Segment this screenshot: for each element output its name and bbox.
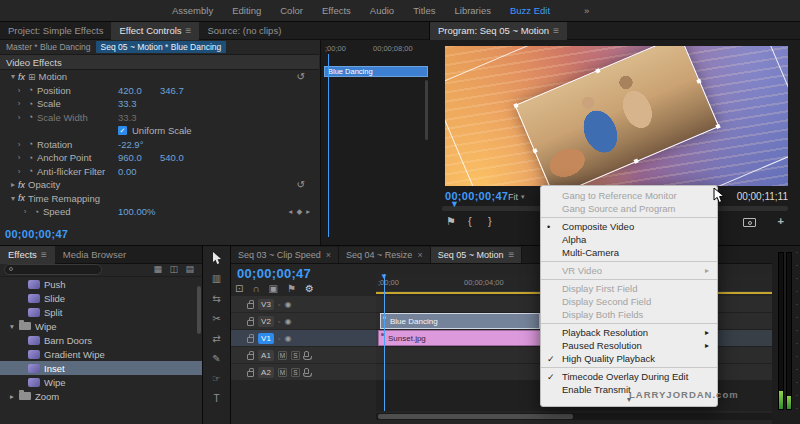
- mini-scrollbar[interactable]: [425, 80, 428, 140]
- effect-row-opacity[interactable]: ▸ fx Opacity ↺: [0, 178, 319, 192]
- sync-lock-icon[interactable]: ▫: [278, 318, 280, 325]
- add-marker-icon[interactable]: ⚑: [287, 283, 296, 294]
- panel-menu-icon[interactable]: ≡: [508, 249, 514, 260]
- anchor-y-value[interactable]: 540.0: [160, 152, 184, 163]
- effect-item-gradient-wipe[interactable]: Gradient Wipe: [0, 347, 202, 361]
- solo-button[interactable]: S: [291, 368, 300, 377]
- fx-badge-icon[interactable]: fx: [18, 72, 25, 82]
- menu-item-composite-video[interactable]: •Composite Video: [541, 220, 717, 233]
- timeline-horizontal-scrollbar[interactable]: [376, 413, 772, 420]
- solo-button[interactable]: S: [291, 351, 300, 360]
- accelerated-effects-icon[interactable]: ▦: [153, 264, 162, 274]
- twirl-icon[interactable]: ›: [14, 86, 24, 95]
- program-video-viewport[interactable]: [445, 46, 788, 186]
- ripple-edit-tool[interactable]: ⇆: [209, 292, 225, 305]
- stopwatch-icon[interactable]: ◔: [24, 85, 37, 95]
- lock-icon[interactable]: [247, 337, 254, 343]
- mute-button[interactable]: M: [278, 368, 287, 377]
- menu-item-paused-resolution[interactable]: Paused Resolution▸: [541, 339, 717, 352]
- lock-icon[interactable]: [247, 371, 254, 377]
- twirl-icon[interactable]: ▾: [10, 322, 19, 331]
- workspace-tab-libraries[interactable]: Libraries: [455, 5, 491, 16]
- stopwatch-icon[interactable]: ◔: [24, 139, 37, 149]
- nest-sequence-icon[interactable]: ⊡: [235, 283, 243, 294]
- selection-tool[interactable]: [209, 252, 225, 265]
- track-output-eye-icon[interactable]: ◉: [284, 317, 291, 326]
- effects-folder-wipe[interactable]: ▾Wipe: [0, 319, 202, 333]
- yuv-filter-icon[interactable]: ▤: [185, 264, 194, 274]
- twirl-icon[interactable]: ›: [14, 99, 24, 108]
- menu-item-alpha[interactable]: Alpha: [541, 233, 717, 246]
- razor-tool[interactable]: ✂: [209, 312, 225, 325]
- speed-value[interactable]: 100.00%: [118, 206, 156, 217]
- position-x-value[interactable]: 420.0: [118, 85, 142, 96]
- twirl-icon[interactable]: ›: [14, 140, 24, 149]
- track-output-eye-icon[interactable]: ◉: [284, 300, 291, 309]
- export-frame-button[interactable]: [743, 218, 756, 227]
- panel-menu-icon[interactable]: ≡: [41, 249, 47, 260]
- menu-item-high-quality-playback[interactable]: ✓High Quality Playback: [541, 352, 717, 365]
- track-target-v2[interactable]: V2: [258, 316, 274, 327]
- menu-item-playback-resolution[interactable]: Playback Resolution▸: [541, 326, 717, 339]
- stopwatch-icon[interactable]: ◔: [24, 166, 37, 176]
- close-icon[interactable]: ×: [417, 250, 422, 260]
- workspace-tab-buzz-edit[interactable]: Buzz Edit: [510, 5, 550, 16]
- workspace-tab-editing[interactable]: Editing: [232, 5, 261, 16]
- menu-item-timecode-overlay-during-edit[interactable]: ✓Timecode Overlay During Edit: [541, 370, 717, 383]
- twirl-icon[interactable]: ▾: [8, 194, 18, 203]
- sync-lock-icon[interactable]: ▫: [278, 335, 280, 342]
- add-marker-button[interactable]: ⚑: [446, 215, 456, 228]
- timeline-tab-seq05[interactable]: Seq 05 ~ Motion ≡: [431, 247, 523, 263]
- effect-item-split[interactable]: Split: [0, 305, 202, 319]
- effect-controls-mini-timeline[interactable]: ;00;00 00;00;08;00 Blue Dancing: [320, 40, 430, 245]
- track-target-a2[interactable]: A2: [258, 367, 274, 378]
- effect-item-wipe[interactable]: Wipe: [0, 375, 202, 389]
- scrollbar-thumb[interactable]: [378, 414, 573, 419]
- master-clip-tab[interactable]: Master * Blue Dancing: [0, 42, 91, 52]
- lock-icon[interactable]: [247, 320, 254, 326]
- tab-program[interactable]: Program: Seq 05 ~ Motion ≡: [430, 22, 567, 40]
- effect-item-barn-doors[interactable]: Barn Doors: [0, 333, 202, 347]
- stopwatch-icon[interactable]: ◔: [24, 153, 37, 163]
- lock-icon[interactable]: [247, 354, 254, 360]
- scale-value[interactable]: 33.3: [118, 98, 137, 109]
- effect-row-time-remapping[interactable]: ▾ fx Time Remapping: [0, 192, 319, 206]
- track-target-v3[interactable]: V3: [258, 299, 274, 310]
- transform-handle[interactable]: [513, 103, 518, 108]
- zoom-level-dropdown[interactable]: Fit ▾: [508, 192, 525, 202]
- tab-source[interactable]: Source: (no clips): [199, 22, 289, 40]
- timeline-playhead[interactable]: [384, 274, 385, 411]
- uniform-scale-checkbox[interactable]: ✓: [118, 126, 127, 135]
- track-target-a1[interactable]: A1: [258, 350, 274, 361]
- timeline-timecode[interactable]: 00;00;00;47: [237, 266, 311, 281]
- keyframe-navigator-icons[interactable]: ◂ ◆ ▸: [289, 207, 311, 216]
- reset-effect-icon[interactable]: ↺: [297, 71, 305, 82]
- type-tool[interactable]: T: [209, 392, 225, 405]
- effect-controls-timecode[interactable]: 00;00;00;47: [5, 228, 68, 240]
- workspace-overflow-icon[interactable]: »: [584, 5, 589, 16]
- search-input[interactable]: [4, 264, 102, 275]
- mini-timeline-clip[interactable]: Blue Dancing: [324, 66, 428, 77]
- voiceover-mic-icon[interactable]: [304, 351, 309, 357]
- twirl-icon[interactable]: ›: [14, 167, 24, 176]
- mini-playhead[interactable]: [328, 54, 329, 237]
- tab-project[interactable]: Project: Simple Effects: [0, 22, 111, 40]
- track-select-forward-tool[interactable]: ▥: [209, 272, 225, 285]
- sequence-clip-tab[interactable]: Seq 05 ~ Motion * Blue Dancing: [96, 41, 227, 53]
- lock-icon[interactable]: [247, 303, 254, 309]
- tab-media-browser[interactable]: Media Browser: [55, 246, 134, 264]
- workspace-tab-titles[interactable]: Titles: [413, 5, 435, 16]
- sync-lock-icon[interactable]: ▫: [278, 301, 280, 308]
- workspace-tab-audio[interactable]: Audio: [370, 5, 394, 16]
- anti-flicker-value[interactable]: 0.00: [118, 166, 137, 177]
- panel-menu-icon[interactable]: ≡: [553, 25, 559, 36]
- twirl-icon[interactable]: ▾: [8, 72, 18, 81]
- effect-row-motion[interactable]: ▾ fx ⊞ Motion ↺: [0, 70, 319, 84]
- menu-item-multi-camera[interactable]: Multi-Camera: [541, 246, 717, 259]
- rotation-value[interactable]: -22.9°: [118, 139, 143, 150]
- stopwatch-icon[interactable]: ◔: [30, 207, 43, 217]
- effect-item-push[interactable]: Push: [0, 277, 202, 291]
- tab-effect-controls[interactable]: Effect Controls ≡: [111, 22, 199, 40]
- timeline-tab-seq04[interactable]: Seq 04 ~ Resize ×: [339, 247, 431, 263]
- workspace-tab-color[interactable]: Color: [280, 5, 303, 16]
